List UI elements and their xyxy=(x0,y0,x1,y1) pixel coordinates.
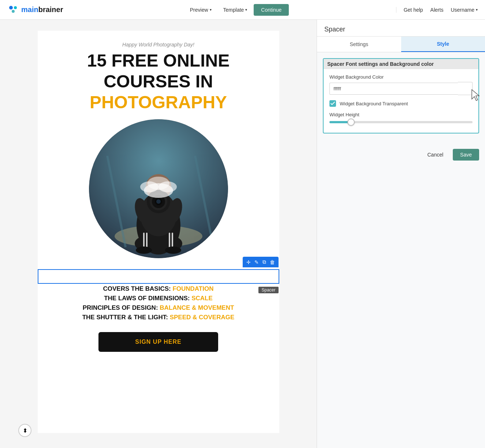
checkmark-icon xyxy=(331,102,335,105)
alerts-button[interactable]: Alerts xyxy=(430,7,444,13)
svg-point-12 xyxy=(136,246,152,254)
top-navigation: mainbrainer Preview ▾ Template ▾ Continu… xyxy=(0,0,485,20)
photographer-svg xyxy=(89,119,228,258)
courses-list: COVERS THE BASICS: FOUNDATION THE LAWS O… xyxy=(45,285,272,323)
slider-thumb[interactable] xyxy=(347,118,355,126)
save-button[interactable]: Save xyxy=(453,149,479,161)
bg-color-label: Widget Background Color xyxy=(329,74,473,80)
height-slider-container xyxy=(329,121,473,123)
canvas-headline-gold: PHOTOGRAPHY xyxy=(90,93,227,112)
height-label: Widget Height xyxy=(329,112,473,117)
transparent-row: Widget Background Transparent xyxy=(329,100,473,107)
logo-text: mainbrainer xyxy=(21,5,63,14)
template-chevron-icon: ▾ xyxy=(245,8,247,12)
cursor-hint xyxy=(470,89,483,103)
duplicate-icon[interactable]: ⧉ xyxy=(262,258,267,266)
get-help-button[interactable]: Get help xyxy=(404,7,423,13)
right-panel: Spacer Settings Style Spacer Font settin… xyxy=(317,20,485,448)
transparent-checkbox[interactable] xyxy=(329,100,336,107)
photographer-image xyxy=(89,119,228,258)
preview-button[interactable]: Preview ▾ xyxy=(185,4,217,16)
spacer-widget[interactable]: ✛ ✎ ⧉ 🗑 Spacer xyxy=(38,269,279,284)
logo-icon xyxy=(7,4,19,16)
svg-point-13 xyxy=(165,246,181,254)
logo: mainbrainer xyxy=(7,4,63,16)
scroll-arrow-button[interactable]: ⬍ xyxy=(18,424,31,437)
canvas-content: Happy World Photography Day! 15 FREE ONL… xyxy=(38,31,279,433)
slider-track[interactable] xyxy=(329,121,473,123)
panel-title: Spacer xyxy=(317,20,485,37)
svg-point-22 xyxy=(156,199,161,204)
panel-tabs: Settings Style xyxy=(317,37,485,52)
spacer-toolbar: ✛ ✎ ⧉ 🗑 xyxy=(243,257,279,267)
action-row: Cancel Save xyxy=(317,145,485,164)
panel-body: Spacer Font settings and Background colo… xyxy=(317,52,485,145)
svg-point-1 xyxy=(14,6,17,9)
transparent-label: Widget Background Transparent xyxy=(340,101,408,106)
scroll-arrow-icon: ⬍ xyxy=(23,427,27,434)
tab-style[interactable]: Style xyxy=(401,37,485,52)
nav-right: Get help Alerts Username ▾ xyxy=(396,7,478,13)
svg-point-0 xyxy=(9,6,13,10)
continue-button[interactable]: Continue xyxy=(254,4,289,16)
main-layout: Happy World Photography Day! 15 FREE ONL… xyxy=(0,20,485,448)
bg-color-row xyxy=(329,82,473,95)
preview-chevron-icon: ▾ xyxy=(210,8,212,12)
delete-icon[interactable]: 🗑 xyxy=(269,259,276,266)
tab-settings[interactable]: Settings xyxy=(317,37,401,52)
section-title: Spacer Font settings and Background colo… xyxy=(324,59,478,69)
canvas-headline-line1: 15 FREE ONLINE xyxy=(87,51,230,71)
template-button[interactable]: Template ▾ xyxy=(218,4,253,16)
username-button[interactable]: Username ▾ xyxy=(451,7,478,13)
svg-marker-29 xyxy=(472,90,479,101)
nav-center: Preview ▾ Template ▾ Continue xyxy=(78,4,396,16)
svg-point-2 xyxy=(12,10,15,13)
course-line-4: THE SHUTTER & THE LIGHT: SPEED & COVERAG… xyxy=(45,314,272,321)
course-line-3: PRINCIPLES OF DESIGN: BALANCE & MOVEMENT xyxy=(45,304,272,312)
username-chevron-icon: ▾ xyxy=(476,8,478,12)
move-icon[interactable]: ✛ xyxy=(246,259,251,266)
spacer-label: Spacer xyxy=(258,287,278,293)
edit-icon[interactable]: ✎ xyxy=(254,259,260,266)
bg-color-input[interactable] xyxy=(329,83,458,95)
style-section: Spacer Font settings and Background colo… xyxy=(323,58,479,133)
course-line-2: THE LAWS OF DIMENSIONS: SCALE xyxy=(45,295,272,302)
canvas-area: Happy World Photography Day! 15 FREE ONL… xyxy=(0,20,317,448)
svg-point-26 xyxy=(148,177,169,190)
cancel-button[interactable]: Cancel xyxy=(421,149,449,161)
signup-button[interactable]: SIGN UP HERE xyxy=(98,332,218,352)
course-line-1: COVERS THE BASICS: FOUNDATION xyxy=(45,285,272,293)
canvas-subtitle: Happy World Photography Day! xyxy=(122,42,194,48)
canvas-headline-line2: COURSES IN xyxy=(104,72,213,91)
